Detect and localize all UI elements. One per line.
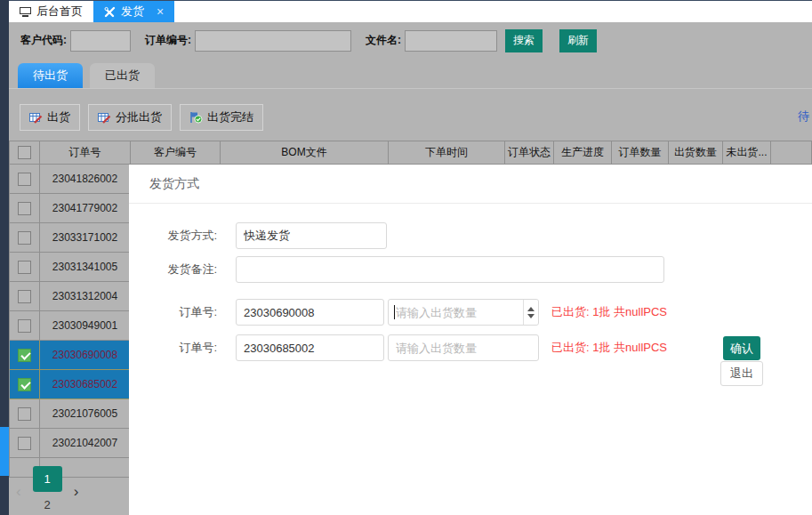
row-checkbox-cell[interactable]: [9, 370, 40, 399]
dialog-title-divider: [129, 203, 812, 204]
action-toolbar: 出货 分批出货: [9, 89, 812, 141]
sidebar-active-item-edge[interactable]: [0, 427, 9, 476]
checkbox[interactable]: [18, 290, 31, 303]
checkbox[interactable]: [18, 378, 31, 391]
order-no-label: 订单号:: [144, 334, 217, 361]
window-tabbar: 后台首页 发货 ×: [9, 0, 812, 22]
row-checkbox-cell[interactable]: [9, 282, 40, 311]
shipping-method-dialog: 发货方式 发货方式: 发货备注: 订单号: 已出货: 1批 共nullPCS 订…: [129, 165, 812, 515]
order-no-label: 订单号:: [144, 299, 217, 326]
order-no-cell: 23021076005: [40, 399, 131, 429]
ship-button[interactable]: 出货: [20, 104, 80, 131]
column-header: 生产进度: [554, 141, 612, 165]
table-edit-icon: [29, 111, 43, 124]
order-no-cell: 23033171002: [40, 223, 131, 253]
column-header: 出货数量: [669, 141, 723, 165]
dialog-order-no-input[interactable]: [236, 299, 384, 326]
ship-method-label: 发货方式:: [144, 222, 217, 249]
tab-shipping[interactable]: 发货 ×: [93, 1, 174, 22]
tab-home-label: 后台首页: [36, 4, 83, 20]
order-no-cell: 23031341005: [40, 253, 131, 282]
dialog-order-no-input[interactable]: [236, 334, 384, 361]
page-number-2[interactable]: 2: [33, 492, 62, 515]
order-no-cell: 23030685002: [40, 370, 131, 399]
batch-ship-button[interactable]: 分批出货: [88, 104, 172, 131]
row-checkbox-cell[interactable]: [9, 194, 40, 223]
checkbox[interactable]: [18, 437, 31, 450]
order-no-cell: 23030690008: [40, 341, 131, 370]
row-checkbox-cell[interactable]: [9, 399, 40, 429]
order-no-cell: 23031312004: [40, 282, 131, 311]
shipped-status-text: 已出货: 1批 共nullPCS: [551, 299, 667, 326]
checkbox[interactable]: [18, 146, 31, 159]
column-header-spacer: [771, 141, 812, 165]
checkbox[interactable]: [18, 319, 31, 333]
search-button[interactable]: 搜索: [505, 29, 543, 52]
column-header: 未出货...: [723, 141, 771, 165]
next-page-icon[interactable]: ›: [74, 483, 79, 501]
text-caret: [394, 305, 395, 319]
customer-code-label: 客户代码:: [20, 33, 67, 48]
close-icon[interactable]: ×: [157, 4, 164, 19]
file-name-input[interactable]: [405, 30, 497, 52]
checkbox[interactable]: [18, 261, 31, 274]
order-no-cell: 23030949001: [40, 311, 131, 341]
checkbox[interactable]: [18, 173, 31, 186]
left-sidebar-edge: [0, 0, 9, 515]
checkbox[interactable]: [18, 349, 31, 362]
select-all-checkbox[interactable]: [9, 141, 40, 165]
number-spinner[interactable]: [523, 300, 538, 325]
page-number-1[interactable]: 1: [33, 466, 62, 492]
row-checkbox-cell[interactable]: [9, 341, 40, 370]
row-checkbox-cell[interactable]: [9, 311, 40, 341]
ship-remark-label: 发货备注:: [144, 256, 217, 283]
checkbox[interactable]: [18, 407, 31, 421]
pagination: ‹ 12 ›: [9, 478, 78, 506]
row-checkbox-cell[interactable]: [9, 223, 40, 253]
column-header: 客户编号: [131, 141, 221, 165]
ship-qty-input[interactable]: [388, 334, 539, 361]
ship-complete-button[interactable]: 出货完结: [180, 104, 263, 131]
spinner-up-icon[interactable]: [527, 307, 535, 311]
ship-method-input[interactable]: [236, 222, 387, 249]
spinner-down-icon[interactable]: [527, 314, 535, 318]
tab-pending-shipment[interactable]: 待出货: [18, 63, 83, 88]
shipped-status-text: 已出货: 1批 共nullPCS: [551, 334, 667, 361]
order-no-input[interactable]: [195, 30, 351, 52]
column-header: 订单状态: [505, 141, 554, 165]
table-edit-icon: [98, 111, 111, 124]
tools-icon: [104, 6, 116, 18]
ship-qty-input[interactable]: [388, 299, 539, 326]
ship-status-tabs: 待出货 已出货: [9, 59, 812, 89]
flag-check-icon: [189, 111, 203, 124]
checkbox[interactable]: [18, 231, 31, 245]
tab-shipping-label: 发货: [121, 4, 144, 20]
column-header: 订单号: [40, 141, 131, 165]
column-header: 订单数量: [612, 141, 669, 165]
ship-remark-input[interactable]: [236, 256, 664, 283]
checkbox[interactable]: [18, 202, 31, 215]
order-no-cell: 23041826002: [40, 165, 131, 194]
pending-stat-partial-text: 待: [798, 109, 809, 125]
customer-code-input[interactable]: [70, 30, 131, 52]
app-window: 后台首页 发货 × 客户代码: 订单编号: 文件名: 搜索 刷新 待出货 已出货: [0, 0, 812, 515]
order-no-cell: 23041779002: [40, 194, 131, 223]
column-header: 下单时间: [389, 141, 505, 165]
ship-qty-stepper[interactable]: [388, 299, 539, 326]
confirm-button[interactable]: 确认: [723, 336, 760, 360]
order-no-label: 订单编号:: [145, 33, 191, 48]
row-checkbox-cell[interactable]: [9, 165, 40, 194]
tab-shipped[interactable]: 已出货: [90, 63, 155, 88]
order-no-cell: 23021042007: [40, 429, 131, 458]
column-header: BOM文件: [221, 141, 389, 165]
refresh-button[interactable]: 刷新: [559, 29, 597, 52]
tab-home[interactable]: 后台首页: [9, 1, 93, 22]
monitor-icon: [20, 7, 31, 17]
dialog-title: 发货方式: [149, 176, 199, 192]
row-checkbox-cell[interactable]: [9, 429, 40, 458]
orders-table-head: 订单号客户编号BOM文件下单时间订单状态生产进度订单数量出货数量未出货...: [9, 141, 812, 165]
file-name-label: 文件名:: [366, 33, 401, 48]
row-checkbox-cell[interactable]: [9, 253, 40, 282]
search-bar: 客户代码: 订单编号: 文件名: 搜索 刷新: [9, 22, 812, 59]
exit-button[interactable]: 退出: [720, 361, 763, 386]
